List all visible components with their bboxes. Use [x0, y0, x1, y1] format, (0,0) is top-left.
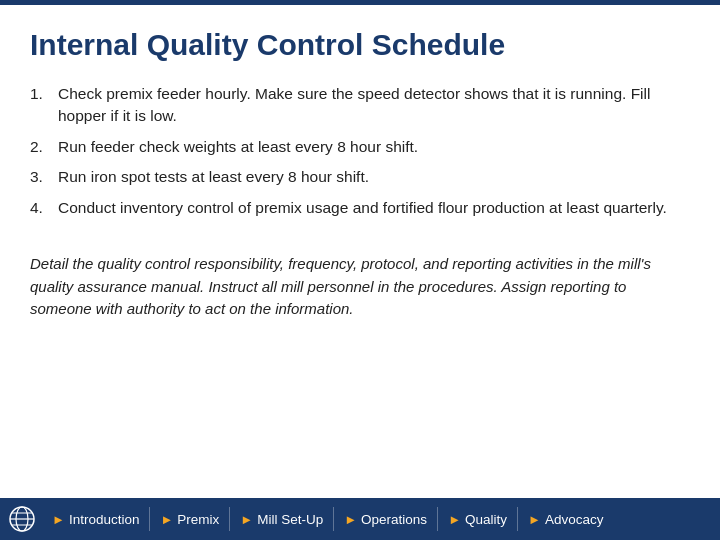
nav-arrow-operations: ► — [344, 512, 357, 527]
nav-item-millsetup[interactable]: ► Mill Set-Up — [230, 498, 333, 540]
nav-label-advocacy: Advocacy — [545, 512, 604, 527]
page-title: Internal Quality Control Schedule — [30, 27, 690, 63]
numbered-list: 1. Check premix feeder hourly. Make sure… — [30, 83, 690, 227]
nav-item-introduction[interactable]: ► Introduction — [42, 498, 149, 540]
bottom-nav: ► Introduction ► Premix ► Mill Set-Up ► … — [0, 498, 720, 540]
nav-arrow-premix: ► — [160, 512, 173, 527]
list-num-1: 1. — [30, 83, 58, 128]
list-item: 4. Conduct inventory control of premix u… — [30, 197, 690, 219]
nav-items: ► Introduction ► Premix ► Mill Set-Up ► … — [42, 498, 716, 540]
list-text-3: Run iron spot tests at least every 8 hou… — [58, 166, 369, 188]
nav-arrow-quality: ► — [448, 512, 461, 527]
nav-arrow-advocacy: ► — [528, 512, 541, 527]
nav-label-quality: Quality — [465, 512, 507, 527]
nav-label-millsetup: Mill Set-Up — [257, 512, 323, 527]
list-text-1: Check premix feeder hourly. Make sure th… — [58, 83, 690, 128]
italic-paragraph: Detail the quality control responsibilit… — [30, 253, 690, 321]
list-text-4: Conduct inventory control of premix usag… — [58, 197, 667, 219]
main-content: Internal Quality Control Schedule 1. Che… — [0, 5, 720, 498]
nav-item-premix[interactable]: ► Premix — [150, 498, 229, 540]
list-num-2: 2. — [30, 136, 58, 158]
list-num-3: 3. — [30, 166, 58, 188]
nav-label-operations: Operations — [361, 512, 427, 527]
list-num-4: 4. — [30, 197, 58, 219]
nav-label-introduction: Introduction — [69, 512, 140, 527]
list-item: 3. Run iron spot tests at least every 8 … — [30, 166, 690, 188]
list-item: 1. Check premix feeder hourly. Make sure… — [30, 83, 690, 128]
nav-item-operations[interactable]: ► Operations — [334, 498, 437, 540]
nav-arrow-millsetup: ► — [240, 512, 253, 527]
nav-item-quality[interactable]: ► Quality — [438, 498, 517, 540]
list-text-2: Run feeder check weights at least every … — [58, 136, 418, 158]
nav-label-premix: Premix — [177, 512, 219, 527]
nav-item-advocacy[interactable]: ► Advocacy — [518, 498, 613, 540]
nav-arrow-introduction: ► — [52, 512, 65, 527]
list-item: 2. Run feeder check weights at least eve… — [30, 136, 690, 158]
globe-icon — [4, 501, 40, 537]
